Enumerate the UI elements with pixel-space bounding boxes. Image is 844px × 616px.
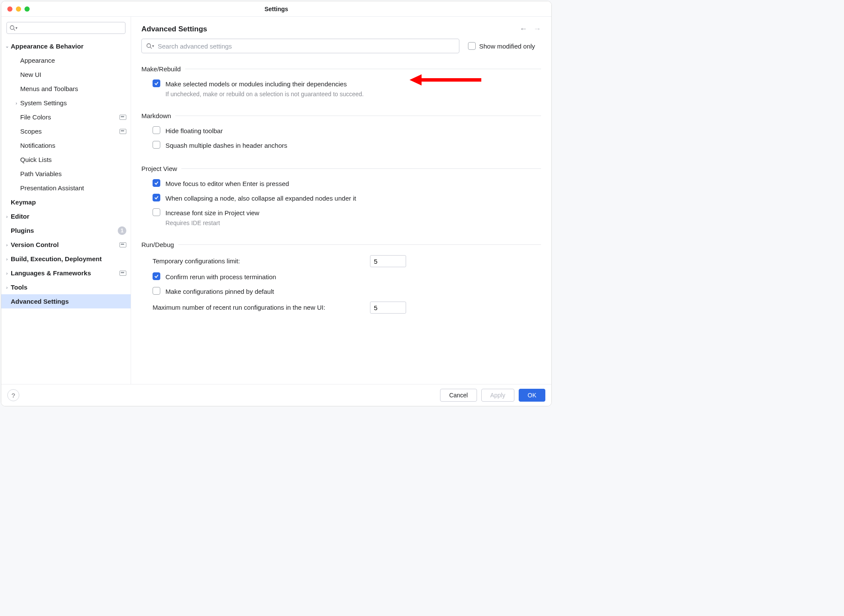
close-window-button[interactable] (7, 6, 12, 12)
tree-item-new-ui[interactable]: New UI (1, 67, 131, 82)
tree-item-label: New UI (20, 71, 41, 78)
show-modified-only-row[interactable]: Show modified only (468, 42, 535, 50)
count-badge: 1 (118, 226, 126, 235)
tree-item-build-execution-deployment[interactable]: ›Build, Execution, Deployment (1, 252, 131, 266)
tree-item-label: Menus and Toolbars (20, 85, 78, 92)
tree-item-label: Scopes (20, 128, 42, 135)
chevron-down-icon: ▾ (15, 26, 18, 30)
tree-item-plugins[interactable]: Plugins1 (1, 223, 131, 238)
tree-item-label: Build, Execution, Deployment (11, 255, 102, 262)
tree-item-label: Path Variables (20, 170, 61, 177)
checkbox-icon[interactable] (153, 272, 160, 280)
page-title: Advanced Settings (141, 25, 207, 34)
advanced-search-input[interactable] (158, 43, 455, 50)
ok-button[interactable]: OK (519, 389, 545, 402)
opt-make-selected-deps[interactable]: Make selected models or modules includin… (141, 77, 541, 100)
scope-tag-icon (119, 242, 126, 247)
tree-item-scopes[interactable]: Scopes (1, 124, 131, 138)
opt-confirm-rerun[interactable]: Confirm rerun with process termination (141, 270, 541, 284)
cancel-button[interactable]: Cancel (440, 389, 477, 402)
sidebar-search[interactable]: ▾ (6, 22, 125, 34)
chevron-icon (12, 58, 20, 63)
opt-pinned-default[interactable]: Make configurations pinned by default (141, 284, 541, 299)
row-max-recent-configs: Maximum number of recent run configurati… (141, 299, 541, 316)
show-modified-only-checkbox[interactable] (468, 42, 476, 50)
tree-item-quick-lists[interactable]: Quick Lists (1, 152, 131, 167)
checkbox-icon[interactable] (153, 79, 160, 87)
scope-tag-icon (119, 115, 126, 120)
chevron-icon (12, 86, 20, 91)
tree-item-keymap[interactable]: Keymap (1, 195, 131, 209)
svg-line-3 (150, 47, 152, 49)
minimize-window-button[interactable] (16, 6, 21, 12)
max-recent-configs-input[interactable] (370, 302, 406, 314)
tree-item-file-colors[interactable]: File Colors (1, 110, 131, 124)
settings-main: Advanced Settings ← → ▾ Show modified on… (131, 17, 551, 384)
checkbox-icon[interactable] (153, 126, 160, 134)
tree-item-notifications[interactable]: Notifications (1, 138, 131, 152)
apply-button[interactable]: Apply (481, 389, 514, 402)
nav-back-button[interactable]: ← (520, 24, 527, 34)
chevron-icon: › (3, 214, 11, 219)
tree-item-advanced-settings[interactable]: Advanced Settings (1, 294, 131, 308)
chevron-icon (12, 143, 20, 148)
chevron-down-icon: ▾ (152, 44, 154, 48)
checkbox-icon[interactable] (153, 141, 160, 149)
search-icon (9, 25, 15, 31)
svg-point-0 (10, 26, 14, 30)
checkbox-icon[interactable] (153, 179, 160, 187)
opt-hide-floating-toolbar[interactable]: Hide floating toolbar (141, 124, 541, 138)
advanced-search[interactable]: ▾ (141, 39, 459, 53)
chevron-icon: › (3, 242, 11, 247)
tree-item-label: System Settings (20, 99, 67, 107)
tree-item-appearance-behavior[interactable]: ⌄Appearance & Behavior (1, 39, 131, 53)
nav-forward-button[interactable]: → (533, 24, 541, 34)
opt-squash-dashes[interactable]: Squash multiple dashes in header anchors (141, 138, 541, 153)
checkbox-icon[interactable] (153, 194, 160, 201)
sidebar-search-input[interactable] (19, 25, 122, 31)
chevron-icon: › (3, 271, 11, 276)
tree-item-label: Tools (11, 284, 28, 291)
chevron-icon: › (3, 285, 11, 290)
tree-item-version-control[interactable]: ›Version Control (1, 238, 131, 252)
section-make-rebuild: Make/Rebuild (141, 65, 541, 73)
tree-item-label: Notifications (20, 142, 55, 149)
help-button[interactable]: ? (7, 389, 19, 401)
opt-collapse-nodes[interactable]: When collapsing a node, also collapse al… (141, 191, 541, 206)
tree-item-appearance[interactable]: Appearance (1, 53, 131, 67)
checkbox-icon[interactable] (153, 287, 160, 295)
settings-sidebar: ▾ ⌄Appearance & Behavior Appearance New … (1, 17, 131, 384)
tree-item-label: Plugins (11, 227, 34, 234)
temp-config-limit-input[interactable] (370, 255, 406, 267)
settings-content: Make/Rebuild Make selected models or mod… (131, 59, 551, 384)
tree-item-path-variables[interactable]: Path Variables (1, 167, 131, 181)
chevron-icon (3, 200, 11, 205)
chevron-icon: ⌄ (3, 43, 11, 49)
settings-tree[interactable]: ⌄Appearance & Behavior Appearance New UI… (1, 37, 131, 384)
chevron-icon (12, 115, 20, 120)
tree-item-languages-frameworks[interactable]: ›Languages & Frameworks (1, 266, 131, 280)
opt-move-focus-enter[interactable]: Move focus to editor when Enter is press… (141, 177, 541, 191)
settings-body: ▾ ⌄Appearance & Behavior Appearance New … (1, 17, 551, 384)
tree-item-label: Editor (11, 213, 29, 220)
chevron-icon (12, 186, 20, 191)
row-temp-config-limit: Temporary configurations limit: (141, 253, 541, 270)
tree-item-editor[interactable]: ›Editor (1, 209, 131, 223)
svg-line-1 (14, 29, 15, 31)
scope-tag-icon (119, 129, 126, 134)
checkbox-icon[interactable] (153, 208, 160, 216)
window-controls (1, 6, 30, 12)
tree-item-menus-and-toolbars[interactable]: Menus and Toolbars (1, 82, 131, 96)
tree-item-tools[interactable]: ›Tools (1, 280, 131, 294)
chevron-icon (3, 299, 11, 304)
section-run-debug: Run/Debug (141, 241, 541, 248)
tree-item-presentation-assistant[interactable]: Presentation Assistant (1, 181, 131, 195)
tree-item-label: Presentation Assistant (20, 184, 84, 192)
opt-increase-font-project[interactable]: Increase font size in Project view Requi… (141, 206, 541, 229)
search-icon (146, 43, 152, 49)
tree-item-label: File Colors (20, 113, 51, 121)
section-project-view: Project View (141, 165, 541, 172)
maximize-window-button[interactable] (24, 6, 30, 12)
tree-item-label: Quick Lists (20, 156, 52, 163)
tree-item-system-settings[interactable]: ›System Settings (1, 96, 131, 110)
